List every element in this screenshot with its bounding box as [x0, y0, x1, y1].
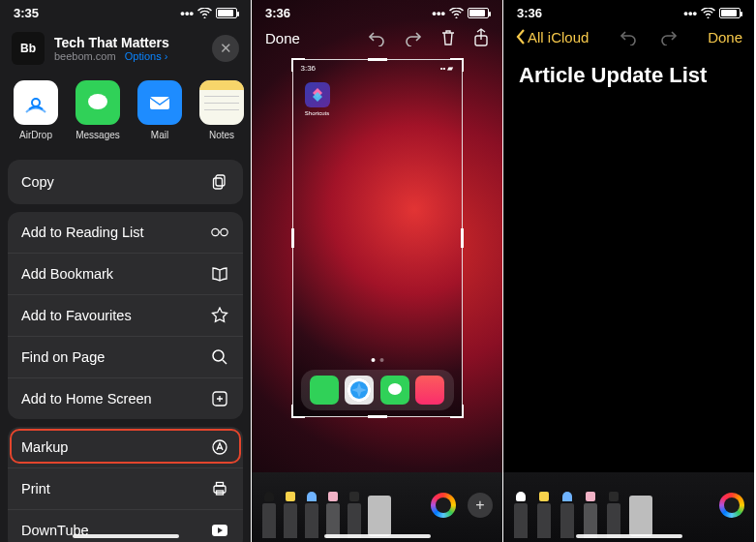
- battery-icon: [468, 8, 489, 18]
- share-thumbnail: Bb: [12, 32, 45, 65]
- tool-marker[interactable]: [283, 492, 298, 538]
- youtube-icon: [210, 521, 229, 540]
- tool-lasso[interactable]: [606, 492, 621, 538]
- printer-icon: [210, 479, 229, 498]
- tool-pencil[interactable]: [304, 492, 319, 538]
- home-indicator[interactable]: [576, 534, 682, 538]
- phone-share-sheet: 3:35 ••• Bb Tech That Matters beebom.com…: [0, 0, 252, 542]
- svg-rect-10: [214, 486, 226, 493]
- app-notes[interactable]: Notes: [199, 80, 244, 140]
- tool-eraser[interactable]: [325, 492, 341, 538]
- svg-point-6: [221, 228, 227, 235]
- action-bookmark[interactable]: Add Bookmark: [8, 254, 243, 295]
- done-button[interactable]: Done: [708, 29, 742, 45]
- home-indicator[interactable]: [324, 534, 431, 538]
- undo-button[interactable]: [619, 28, 638, 45]
- action-print[interactable]: Print: [8, 468, 243, 510]
- svg-point-7: [213, 350, 224, 361]
- app-messages[interactable]: Messages: [76, 80, 120, 140]
- home-indicator[interactable]: [73, 534, 179, 538]
- share-options-link[interactable]: Options ›: [125, 50, 168, 62]
- tool-pen[interactable]: [513, 492, 529, 538]
- battery-icon: [719, 8, 741, 18]
- redo-button[interactable]: [659, 28, 679, 45]
- status-time: 3:36: [265, 6, 290, 20]
- svg-rect-11: [217, 483, 224, 487]
- svg-point-5: [212, 228, 219, 235]
- signal-icon: •••: [180, 6, 194, 20]
- svg-rect-4: [214, 178, 223, 189]
- close-icon: ✕: [220, 40, 232, 57]
- action-list-1: Add to Reading List Add Bookmark Add to …: [8, 212, 243, 419]
- tool-eraser[interactable]: [583, 492, 598, 538]
- action-home-screen[interactable]: Add to Home Screen: [8, 378, 243, 419]
- action-label: Copy: [21, 174, 54, 190]
- status-bar: 3:35 •••: [0, 0, 251, 22]
- trash-button[interactable]: [440, 29, 456, 46]
- mini-dock: [301, 370, 454, 410]
- action-markup[interactable]: Markup: [8, 427, 243, 468]
- share-app-row[interactable]: AirDrop Messages Mail: [0, 76, 251, 152]
- notes-tool-palette: [503, 472, 754, 542]
- search-icon: [210, 347, 229, 367]
- share-subtitle: beebom.com Options ›: [54, 50, 169, 62]
- mini-shortcuts-app: Shortcuts: [303, 82, 332, 116]
- notes-toolbar: All iCloud Done: [503, 22, 754, 53]
- redo-button[interactable]: [404, 29, 423, 46]
- wifi-icon: [449, 8, 464, 18]
- notes-icon: [199, 80, 244, 125]
- share-header: Bb Tech That Matters beebom.com Options …: [0, 22, 251, 76]
- action-favourites[interactable]: Add to Favourites: [8, 295, 243, 337]
- wifi-icon: [701, 8, 715, 18]
- action-reading-list[interactable]: Add to Reading List: [8, 212, 243, 254]
- status-icons: •••: [432, 6, 489, 20]
- phone-markup-editor: 3:36 ••• Done 3:36 •• ▰: [252, 0, 503, 542]
- safari-app-icon: [345, 376, 374, 405]
- battery-icon: [216, 8, 237, 18]
- add-tool-button[interactable]: +: [468, 493, 493, 518]
- action-copy[interactable]: Copy: [8, 160, 243, 204]
- shortcuts-icon: [305, 82, 330, 107]
- svg-point-16: [388, 383, 402, 395]
- undo-button[interactable]: [367, 29, 386, 46]
- note-title[interactable]: Article Update List: [503, 53, 754, 98]
- markup-icon: [210, 437, 229, 457]
- action-list-2: Markup Print DownTube: [8, 427, 243, 542]
- close-button[interactable]: ✕: [212, 35, 239, 62]
- star-icon: [210, 306, 229, 325]
- tool-pencil[interactable]: [559, 492, 575, 538]
- airdrop-icon: [14, 80, 58, 125]
- status-bar: 3:36 •••: [503, 0, 754, 22]
- tool-ruler[interactable]: [629, 496, 652, 536]
- markup-canvas[interactable]: 3:36 •• ▰ Shortcuts: [292, 59, 463, 417]
- glasses-icon: [210, 223, 229, 242]
- signal-icon: •••: [432, 6, 445, 20]
- tool-lasso[interactable]: [347, 492, 362, 538]
- status-time: 3:35: [14, 6, 39, 20]
- share-title: Tech That Matters: [54, 35, 169, 50]
- color-picker-button[interactable]: [719, 493, 744, 518]
- app-mail[interactable]: Mail: [137, 80, 182, 140]
- tool-marker[interactable]: [536, 492, 552, 538]
- messages-icon: [76, 80, 120, 125]
- color-picker-button[interactable]: [431, 493, 456, 518]
- action-find-on-page[interactable]: Find on Page: [8, 337, 243, 378]
- svg-rect-3: [216, 175, 225, 186]
- status-bar: 3:36 •••: [252, 0, 502, 22]
- book-icon: [210, 264, 229, 284]
- phone-app-icon: [310, 376, 339, 405]
- svg-point-0: [32, 99, 40, 106]
- back-button[interactable]: All iCloud: [515, 28, 589, 45]
- messages-app-icon: [380, 376, 409, 405]
- status-icons: •••: [683, 6, 741, 20]
- tool-ruler[interactable]: [368, 496, 391, 536]
- phone-notes-app: 3:36 ••• All iCloud Done Article Update …: [503, 0, 755, 542]
- tool-pen[interactable]: [261, 492, 277, 538]
- wifi-icon: [197, 8, 212, 18]
- copy-icon: [210, 172, 229, 192]
- share-button[interactable]: [473, 28, 489, 47]
- done-button[interactable]: Done: [265, 30, 300, 46]
- page-dots: [371, 358, 383, 362]
- markup-tool-palette: +: [252, 472, 502, 542]
- app-airdrop[interactable]: AirDrop: [14, 80, 58, 140]
